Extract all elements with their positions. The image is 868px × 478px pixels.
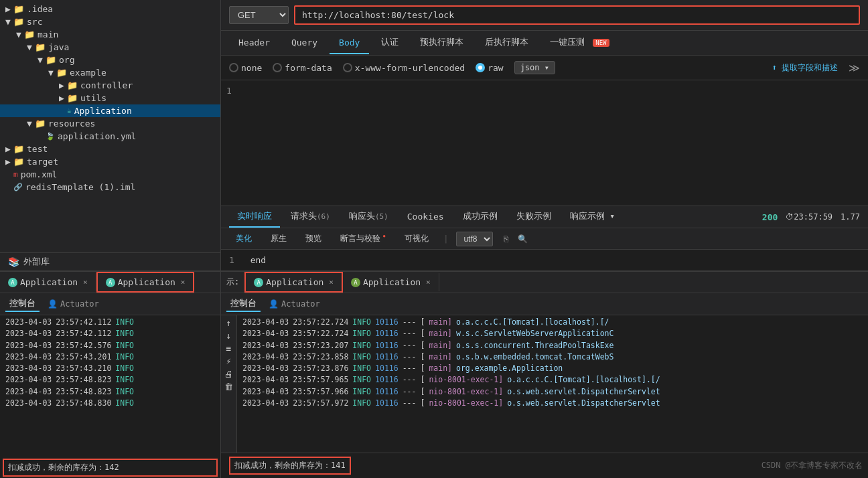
tree-label-example: example — [70, 68, 106, 78]
log-line-r7: 2023-04-03 23:57:57.966 INFO 10116 --- [… — [242, 386, 863, 398]
tree-item-main[interactable]: ▼ 📁 main — [0, 28, 220, 41]
code-editor[interactable]: 1 — [221, 80, 868, 206]
option-form-data[interactable]: form-data — [273, 63, 332, 73]
tree-item-org[interactable]: ▼ 📁 org — [0, 54, 220, 66]
tree-item-src[interactable]: ▼ 📁 src — [0, 15, 220, 28]
tab-body[interactable]: Body — [330, 32, 369, 54]
tree-label-src: src — [27, 17, 42, 27]
print-btn[interactable]: 🖨 — [224, 369, 233, 379]
delete-btn[interactable]: 🗑 — [224, 382, 233, 392]
close-app-tab-left-2[interactable]: × — [181, 278, 186, 287]
fmt-preview[interactable]: 预览 — [299, 231, 328, 246]
app-tab-left-1[interactable]: A Application × — [0, 273, 96, 291]
encoding-select[interactable]: utf8 gbk — [456, 232, 493, 246]
label-urlencoded: x-www-form-urlencoded — [355, 63, 465, 73]
resp-tab-success[interactable]: 成功示例 — [455, 206, 506, 228]
close-app-tab-left-1[interactable]: × — [83, 278, 88, 287]
fmt-assert[interactable]: 断言与校验 ● — [334, 231, 392, 246]
log-line: 2023-04-03 23:57:48.823 INFO — [5, 386, 215, 398]
arrow-utils: ▶ — [56, 93, 67, 103]
tree-item-pom[interactable]: m pom.xml — [0, 168, 220, 181]
tree-item-utils[interactable]: ▶ 📁 utils — [0, 92, 220, 104]
tab-header[interactable]: Header — [229, 32, 279, 54]
scroll-down-btn[interactable]: ↓ — [226, 331, 232, 341]
scroll-to-end-btn[interactable]: ≡ — [226, 343, 232, 353]
resp-tab-fail[interactable]: 失败示例 — [508, 206, 559, 228]
app-icon-left-2: A — [106, 278, 115, 287]
fmt-visual[interactable]: 可视化 — [398, 231, 435, 246]
extract-fields-btn[interactable]: ⬆ 提取字段和描述 — [772, 62, 838, 74]
console-tab-left-console[interactable]: 控制台 — [5, 296, 40, 312]
option-none[interactable]: none — [229, 63, 262, 73]
tree-item-resources[interactable]: ▼ 📁 resources — [0, 117, 220, 130]
log-line: 2023-04-03 23:57:42.112 INFO — [5, 328, 215, 339]
fmt-raw[interactable]: 原生 — [264, 231, 293, 246]
option-raw[interactable]: raw — [476, 63, 503, 73]
log-level: INFO — [115, 317, 134, 328]
response-status-area: 200 ⏱23:57:59 1.77 — [762, 212, 860, 222]
resp-tab-realtime[interactable]: 实时响应 — [229, 206, 280, 228]
tree-item-iml[interactable]: 🔗 redisTemplate (1).iml — [0, 181, 220, 193]
req-header-count: (6) — [317, 212, 330, 221]
log-line-r6: 2023-04-03 23:57:57.965 INFO 10116 --- [… — [242, 374, 863, 386]
arrow-src: ▼ — [3, 17, 13, 27]
tree-item-target[interactable]: ▶ 📁 target — [0, 155, 220, 168]
app-tab-label-left-2: Application — [118, 277, 175, 287]
folder-icon-controller: 📁 — [67, 80, 78, 90]
tree-item-test[interactable]: ▶ 📁 test — [0, 143, 220, 155]
tree-item-idea[interactable]: ▶ 📁 .idea — [0, 3, 220, 15]
resp-tab-resp-header[interactable]: 响应头(5) — [341, 206, 396, 228]
tree-item-example[interactable]: ▼ 📁 example — [0, 66, 220, 79]
console-tabs-left: 控制台 👤 Actuator — [0, 293, 220, 315]
actuator-btn-left[interactable]: 👤 Actuator — [48, 299, 99, 309]
tree-label-app-yml: application.yml — [58, 131, 136, 141]
console-tabs-right: 控制台 👤 Actuator — [221, 293, 868, 315]
arrow-main: ▼ — [13, 29, 24, 39]
body-options-more[interactable]: ≫ — [849, 62, 860, 74]
close-app-tab-right-1[interactable]: × — [329, 278, 334, 287]
body-options: none form-data x-www-form-urlencoded raw… — [221, 56, 868, 80]
actuator-icon-right: 👤 — [269, 299, 279, 309]
response-content: end — [250, 255, 266, 265]
tab-pre-script[interactable]: 预执行脚本 — [411, 31, 473, 55]
fmt-pretty[interactable]: 美化 — [229, 231, 259, 246]
actuator-btn-right[interactable]: 👤 Actuator — [269, 299, 320, 309]
close-app-tab-right-2[interactable]: × — [426, 278, 431, 287]
scroll-clear-btn[interactable]: ⚡ — [226, 356, 232, 366]
tree-item-application[interactable]: ☕ Application — [0, 104, 220, 117]
app-tab-right-1[interactable]: A Application × — [244, 272, 343, 293]
option-urlencoded[interactable]: x-www-form-urlencoded — [343, 63, 465, 73]
result-box-right: 扣减成功，剩余的库存为：141 — [229, 457, 351, 475]
java-icon-application: ☕ — [67, 106, 72, 115]
tab-query[interactable]: Query — [282, 32, 327, 54]
console-tab-right-console[interactable]: 控制台 — [226, 296, 261, 312]
app-tab-right-2[interactable]: A Application × — [343, 273, 439, 291]
scroll-up-btn[interactable]: ↑ — [226, 318, 232, 328]
tree-item-java[interactable]: ▼ 📁 java — [0, 41, 220, 54]
json-badge[interactable]: json ▾ — [514, 61, 555, 74]
url-input[interactable] — [294, 5, 860, 25]
iml-icon-redis: 🔗 — [13, 183, 23, 191]
resp-tab-example[interactable]: 响应示例 ▾ — [562, 206, 624, 228]
tree-item-app-yml[interactable]: 🍃 application.yml — [0, 130, 220, 143]
file-tree: ▶ 📁 .idea ▼ 📁 src ▼ 📁 main ▼ 📁 java — [0, 0, 221, 270]
tree-item-controller[interactable]: ▶ 📁 controller — [0, 79, 220, 92]
copy-icon[interactable]: ⎘ — [504, 234, 508, 244]
tab-auth[interactable]: 认证 — [372, 31, 408, 55]
log-line-r3: 2023-04-03 23:57:23.207 INFO 10116 --- [… — [242, 340, 863, 351]
radio-raw — [476, 63, 485, 72]
resp-tab-cookies[interactable]: Cookies — [399, 208, 452, 227]
tab-post-script[interactable]: 后执行脚本 — [476, 31, 538, 55]
app-tab-left-2[interactable]: A Application × — [96, 272, 195, 293]
folder-icon-org: 📁 — [46, 55, 56, 65]
tree-label-main: main — [38, 29, 58, 39]
method-select[interactable]: GET POST PUT DELETE — [229, 6, 289, 24]
folder-icon-idea: 📁 — [13, 4, 24, 14]
right-panel-indicator: 示: — [221, 274, 244, 291]
app-tab-label-left-1: Application — [20, 277, 78, 287]
tab-pressure[interactable]: 一键压测 NEW — [540, 31, 618, 55]
label-form-data: form-data — [285, 63, 332, 73]
search-icon[interactable]: 🔍 — [518, 234, 528, 244]
resp-tab-req-header[interactable]: 请求头(6) — [283, 206, 338, 228]
arrow-example: ▼ — [46, 68, 56, 78]
